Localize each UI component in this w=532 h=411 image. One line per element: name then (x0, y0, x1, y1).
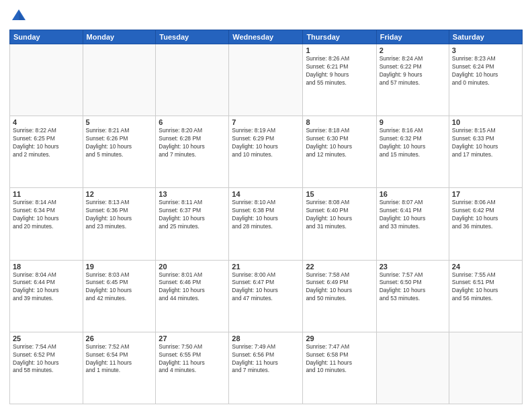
calendar-cell: 18Sunrise: 8:04 AM Sunset: 6:44 PM Dayli… (10, 260, 83, 332)
day-info: Sunrise: 7:55 AM Sunset: 6:51 PM Dayligh… (452, 271, 519, 304)
calendar-cell: 14Sunrise: 8:10 AM Sunset: 6:38 PM Dayli… (229, 188, 303, 260)
calendar-table: SundayMondayTuesdayWednesdayThursdayFrid… (9, 30, 523, 404)
calendar-cell: 16Sunrise: 8:07 AM Sunset: 6:41 PM Dayli… (376, 188, 449, 260)
day-info: Sunrise: 8:08 AM Sunset: 6:40 PM Dayligh… (306, 199, 373, 231)
day-number: 14 (232, 190, 300, 198)
day-info: Sunrise: 8:13 AM Sunset: 6:36 PM Dayligh… (86, 199, 153, 231)
day-number: 27 (159, 334, 226, 342)
calendar-cell (156, 44, 229, 116)
logo-icon (9, 7, 28, 26)
day-info: Sunrise: 8:16 AM Sunset: 6:32 PM Dayligh… (380, 127, 446, 159)
day-info: Sunrise: 7:54 AM Sunset: 6:52 PM Dayligh… (13, 343, 80, 375)
day-of-week-header: Saturday (449, 30, 522, 44)
calendar-cell: 6Sunrise: 8:20 AM Sunset: 6:28 PM Daylig… (156, 116, 229, 188)
day-info: Sunrise: 7:58 AM Sunset: 6:49 PM Dayligh… (306, 271, 373, 304)
calendar-cell: 27Sunrise: 7:50 AM Sunset: 6:55 PM Dayli… (156, 332, 229, 404)
day-info: Sunrise: 8:19 AM Sunset: 6:29 PM Dayligh… (232, 127, 300, 159)
day-info: Sunrise: 8:10 AM Sunset: 6:38 PM Dayligh… (232, 199, 300, 231)
day-info: Sunrise: 8:01 AM Sunset: 6:46 PM Dayligh… (159, 271, 226, 304)
calendar-cell: 17Sunrise: 8:06 AM Sunset: 6:42 PM Dayli… (449, 188, 522, 260)
calendar-cell: 4Sunrise: 8:22 AM Sunset: 6:25 PM Daylig… (10, 116, 83, 188)
calendar-cell: 20Sunrise: 8:01 AM Sunset: 6:46 PM Dayli… (156, 260, 229, 332)
day-of-week-header: Monday (83, 30, 156, 44)
calendar-cell (10, 44, 83, 116)
calendar-cell: 7Sunrise: 8:19 AM Sunset: 6:29 PM Daylig… (229, 116, 303, 188)
day-info: Sunrise: 8:15 AM Sunset: 6:33 PM Dayligh… (452, 127, 519, 159)
day-info: Sunrise: 8:23 AM Sunset: 6:24 PM Dayligh… (452, 55, 519, 87)
day-info: Sunrise: 8:24 AM Sunset: 6:22 PM Dayligh… (380, 55, 446, 87)
day-number: 8 (306, 118, 373, 126)
day-number: 25 (13, 334, 80, 342)
calendar-cell: 2Sunrise: 8:24 AM Sunset: 6:22 PM Daylig… (376, 44, 449, 116)
calendar-cell: 22Sunrise: 7:58 AM Sunset: 6:49 PM Dayli… (303, 260, 376, 332)
header (9, 7, 523, 26)
day-info: Sunrise: 7:52 AM Sunset: 6:54 PM Dayligh… (86, 343, 153, 375)
day-number: 22 (306, 263, 373, 271)
day-of-week-header: Friday (376, 30, 449, 44)
day-info: Sunrise: 8:04 AM Sunset: 6:44 PM Dayligh… (13, 271, 80, 304)
day-number: 7 (232, 118, 300, 126)
day-number: 6 (159, 118, 226, 126)
calendar-cell (449, 332, 522, 404)
calendar-cell: 28Sunrise: 7:49 AM Sunset: 6:56 PM Dayli… (229, 332, 303, 404)
day-info: Sunrise: 8:14 AM Sunset: 6:34 PM Dayligh… (13, 199, 80, 231)
calendar-cell: 19Sunrise: 8:03 AM Sunset: 6:45 PM Dayli… (83, 260, 156, 332)
day-info: Sunrise: 8:11 AM Sunset: 6:37 PM Dayligh… (159, 199, 226, 231)
calendar-week-row: 25Sunrise: 7:54 AM Sunset: 6:52 PM Dayli… (10, 332, 523, 404)
day-info: Sunrise: 8:06 AM Sunset: 6:42 PM Dayligh… (452, 199, 519, 231)
day-info: Sunrise: 7:47 AM Sunset: 6:58 PM Dayligh… (306, 343, 373, 375)
day-number: 20 (159, 263, 226, 271)
calendar-cell: 9Sunrise: 8:16 AM Sunset: 6:32 PM Daylig… (376, 116, 449, 188)
day-number: 10 (452, 118, 519, 126)
calendar-cell: 29Sunrise: 7:47 AM Sunset: 6:58 PM Dayli… (303, 332, 376, 404)
calendar-cell (229, 44, 303, 116)
calendar-cell: 12Sunrise: 8:13 AM Sunset: 6:36 PM Dayli… (83, 188, 156, 260)
day-number: 3 (452, 46, 519, 54)
calendar-cell: 3Sunrise: 8:23 AM Sunset: 6:24 PM Daylig… (449, 44, 522, 116)
calendar-week-row: 1Sunrise: 8:26 AM Sunset: 6:21 PM Daylig… (10, 44, 523, 116)
calendar-cell: 26Sunrise: 7:52 AM Sunset: 6:54 PM Dayli… (83, 332, 156, 404)
day-of-week-header: Thursday (303, 30, 376, 44)
day-info: Sunrise: 7:49 AM Sunset: 6:56 PM Dayligh… (232, 343, 300, 375)
calendar-cell: 8Sunrise: 8:18 AM Sunset: 6:30 PM Daylig… (303, 116, 376, 188)
day-number: 29 (306, 334, 373, 342)
day-number: 15 (306, 190, 373, 198)
day-of-week-header: Wednesday (229, 30, 303, 44)
day-info: Sunrise: 7:57 AM Sunset: 6:50 PM Dayligh… (380, 271, 446, 304)
day-number: 17 (452, 190, 519, 198)
calendar-cell: 25Sunrise: 7:54 AM Sunset: 6:52 PM Dayli… (10, 332, 83, 404)
day-of-week-header: Sunday (10, 30, 83, 44)
logo (9, 7, 31, 26)
day-number: 28 (232, 334, 300, 342)
day-number: 4 (13, 118, 80, 126)
day-info: Sunrise: 8:26 AM Sunset: 6:21 PM Dayligh… (306, 55, 373, 87)
day-number: 13 (159, 190, 226, 198)
day-number: 5 (86, 118, 153, 126)
calendar-header-row: SundayMondayTuesdayWednesdayThursdayFrid… (10, 30, 523, 44)
day-number: 24 (452, 263, 519, 271)
calendar-cell: 10Sunrise: 8:15 AM Sunset: 6:33 PM Dayli… (449, 116, 522, 188)
day-info: Sunrise: 8:21 AM Sunset: 6:26 PM Dayligh… (86, 127, 153, 159)
day-number: 23 (380, 263, 446, 271)
day-number: 18 (13, 263, 80, 271)
calendar-cell: 15Sunrise: 8:08 AM Sunset: 6:40 PM Dayli… (303, 188, 376, 260)
calendar-week-row: 4Sunrise: 8:22 AM Sunset: 6:25 PM Daylig… (10, 116, 523, 188)
day-number: 2 (380, 46, 446, 54)
day-number: 26 (86, 334, 153, 342)
calendar-cell: 13Sunrise: 8:11 AM Sunset: 6:37 PM Dayli… (156, 188, 229, 260)
day-info: Sunrise: 8:03 AM Sunset: 6:45 PM Dayligh… (86, 271, 153, 304)
calendar-cell: 24Sunrise: 7:55 AM Sunset: 6:51 PM Dayli… (449, 260, 522, 332)
calendar-cell: 1Sunrise: 8:26 AM Sunset: 6:21 PM Daylig… (303, 44, 376, 116)
day-info: Sunrise: 7:50 AM Sunset: 6:55 PM Dayligh… (159, 343, 226, 375)
day-number: 9 (380, 118, 446, 126)
day-number: 12 (86, 190, 153, 198)
day-number: 19 (86, 263, 153, 271)
day-info: Sunrise: 8:00 AM Sunset: 6:47 PM Dayligh… (232, 271, 300, 304)
day-info: Sunrise: 8:20 AM Sunset: 6:28 PM Dayligh… (159, 127, 226, 159)
calendar-cell: 23Sunrise: 7:57 AM Sunset: 6:50 PM Dayli… (376, 260, 449, 332)
calendar-cell: 5Sunrise: 8:21 AM Sunset: 6:26 PM Daylig… (83, 116, 156, 188)
calendar-cell: 21Sunrise: 8:00 AM Sunset: 6:47 PM Dayli… (229, 260, 303, 332)
calendar-week-row: 11Sunrise: 8:14 AM Sunset: 6:34 PM Dayli… (10, 188, 523, 260)
day-number: 1 (306, 46, 373, 54)
day-info: Sunrise: 8:22 AM Sunset: 6:25 PM Dayligh… (13, 127, 80, 159)
